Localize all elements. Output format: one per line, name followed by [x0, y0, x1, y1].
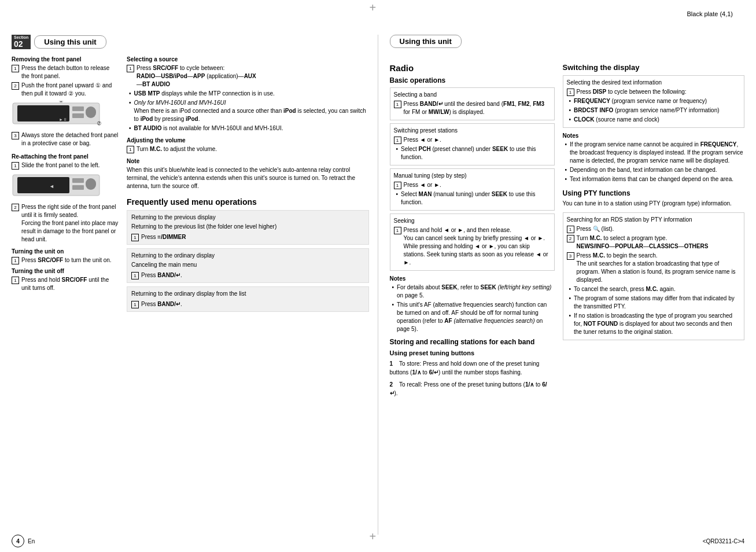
bullet-ipod: • Only for MVH-160UI and MVH-16UIWhen th…	[127, 99, 369, 123]
device-image-bottom: ◄	[12, 172, 119, 200]
gray-box-3: Returning to the ordinary display from t…	[127, 286, 369, 312]
switching-display-title: Switching the display	[563, 63, 745, 72]
reattaching-title: Re-attaching the front panel	[12, 153, 119, 160]
crosshair-top-icon	[373, 6, 384, 17]
manual-tuning-box: Manual tuning (step by step) 1 Press ◄ o…	[390, 168, 555, 211]
step-vol-1: 1 Turn M.C. to adjust the volume.	[127, 145, 369, 153]
device-image-top: ► II ➁ ①	[12, 101, 119, 128]
adjusting-volume-title: Adjusting the volume	[127, 137, 369, 143]
svg-text:◄: ◄	[49, 183, 54, 189]
step-reattach-1: 1 Slide the front panel to the left.	[12, 161, 119, 170]
right-section-header-wrap: Using this unit	[390, 35, 745, 56]
svg-text:➁: ➁	[97, 121, 101, 126]
svg-text:► II: ► II	[59, 117, 67, 122]
step-remove-3: 3 Always store the detached front panel …	[12, 131, 119, 148]
main-layout: Section 02 Using this unit Removing the …	[12, 35, 744, 535]
frequently-used-section: Frequently used menu operations Returnin…	[127, 197, 369, 312]
svg-rect-3	[72, 113, 84, 118]
storing-recalling-title: Storing and recalling stations for each …	[390, 338, 555, 346]
step-off-1: 1 Press and hold SRC/OFF until the unit …	[12, 276, 119, 292]
bullet-btaudio: • BT AUDIO is not available for MVH-160U…	[127, 124, 369, 133]
gray-box-1: Returning to the previous display Return…	[127, 210, 369, 245]
radio-title: Radio	[390, 63, 555, 73]
step-remove-1: 1 Press the detach button to release the…	[12, 64, 119, 80]
removing-panel-title: Removing the front panel	[12, 56, 119, 62]
recall-para: 2 To recall: Press one of the preset tun…	[390, 380, 555, 398]
turning-on-title: Turning the unit on	[12, 248, 119, 255]
step-reattach-2: 2 Press the right side of the front pane…	[12, 203, 119, 244]
section-label: Section 02	[12, 35, 31, 49]
black-plate-label: Black plate (4,1)	[687, 10, 733, 17]
svg-rect-12	[86, 178, 96, 190]
turning-off-title: Turning the unit off	[12, 268, 119, 274]
display-notes: Notes • If the program service name cann…	[563, 133, 745, 183]
left-section-title: Using this unit	[34, 35, 106, 49]
pty-title: Using PTY functions	[563, 189, 745, 197]
plate-text: Black plate (4,1)	[687, 10, 733, 17]
right-col2-display: Switching the display Selecting the desi…	[563, 63, 745, 401]
step-remove-2: 2 Push the front panel upward ① and then…	[12, 82, 119, 98]
selecting-text-info-box: Selecting the desired text information 1…	[563, 75, 745, 128]
selecting-source-title: Selecting a source	[127, 56, 369, 62]
right-col1-radio: Radio Basic operations Selecting a band …	[390, 63, 555, 401]
left-content: Removing the front panel 1 Press the det…	[12, 56, 369, 315]
left-section-header: Section 02 Using this unit	[12, 35, 369, 49]
seeking-box: Seeking 1 Press and hold ◄ or ►, and the…	[390, 214, 555, 271]
right-section-title: Using this unit	[390, 35, 462, 48]
switching-preset-box: Switching preset stations 1 Press ◄ or ►…	[390, 123, 555, 165]
frequently-used-title: Frequently used menu operations	[127, 197, 369, 207]
right-half: Using this unit Radio Basic operations S…	[378, 35, 745, 535]
rds-pty-box: Searching for an RDS station by PTY info…	[563, 212, 745, 340]
store-para: 1 To store: Press and hold down one of t…	[390, 359, 555, 377]
right-content: Radio Basic operations Selecting a band …	[390, 63, 745, 401]
gray-box-2: Returning to the ordinary display Cancel…	[127, 248, 369, 283]
selecting-band-box: Selecting a band 1 Press BAND/↵ until th…	[390, 87, 555, 120]
page-number: 4	[12, 535, 24, 547]
basic-ops-title: Basic operations	[390, 76, 555, 84]
step-on-1: 1 Press SRC/OFF to turn the unit on.	[12, 256, 119, 264]
left-col1: Removing the front panel 1 Press the det…	[12, 56, 119, 315]
radio-notes: Notes • For details about SEEK, refer to…	[390, 275, 555, 333]
preset-buttons-title: Using preset tuning buttons	[390, 349, 555, 356]
svg-rect-2	[72, 106, 84, 111]
svg-rect-4	[86, 106, 96, 118]
bottom-bar: 4 En <QRD3211-C>4	[12, 535, 744, 547]
svg-rect-10	[72, 178, 84, 183]
note-box: Note When this unit's blue/white lead is…	[127, 158, 369, 190]
bullet-usbmtp: • USB MTP displays while the MTP connect…	[127, 90, 369, 98]
language-label: En	[28, 538, 35, 544]
left-half: Section 02 Using this unit Removing the …	[12, 35, 378, 535]
pty-intro: You can tune in to a station using PTY (…	[563, 200, 745, 208]
left-col2: Selecting a source 1 Press SRC/OFF to cy…	[127, 56, 369, 315]
bottom-left: 4 En	[12, 535, 35, 547]
step-src-1: 1 Press SRC/OFF to cycle between: RADIO—…	[127, 64, 369, 89]
svg-rect-9	[17, 177, 69, 193]
bottom-right-code: <QRD3211-C>4	[703, 538, 744, 544]
svg-text:①: ①	[59, 101, 63, 104]
svg-rect-11	[72, 185, 84, 190]
